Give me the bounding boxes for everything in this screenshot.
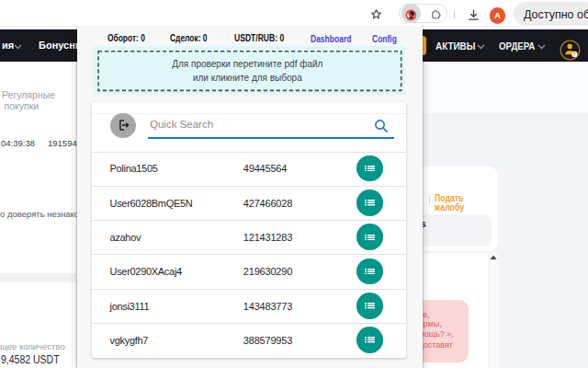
svg-text:?: ?: [572, 52, 576, 57]
